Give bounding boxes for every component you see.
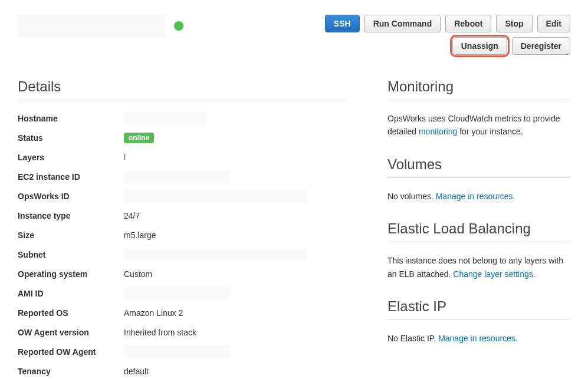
detail-row-size: Size m5.large [18, 229, 346, 242]
detail-row-ec2-id: EC2 instance ID [18, 170, 346, 183]
ec2-id-value-redacted [124, 170, 230, 183]
details-heading: Details [18, 78, 346, 100]
volumes-heading: Volumes [387, 156, 570, 178]
detail-row-opsworks-id: OpsWorks ID [18, 190, 346, 203]
edit-button[interactable]: Edit [537, 15, 570, 32]
detail-label: Layers [18, 153, 124, 162]
detail-label: Reported OW Agent [18, 347, 124, 357]
run-command-button[interactable]: Run Command [364, 15, 441, 32]
elb-text: This instance does not belong to any lay… [387, 254, 570, 281]
detail-label: OW Agent version [18, 328, 124, 337]
unassign-button[interactable]: Unassign [452, 37, 507, 55]
monitoring-heading: Monitoring [387, 78, 570, 100]
os-value: Custom [124, 269, 152, 279]
ssh-button[interactable]: SSH [325, 15, 360, 32]
instance-name-redacted [18, 15, 165, 37]
eip-heading: Elastic IP [387, 298, 570, 320]
size-value: m5.large [124, 230, 156, 240]
detail-row-status: Status online [18, 131, 346, 144]
detail-label: Status [18, 133, 124, 143]
detail-row-layers: Layers l [18, 151, 346, 164]
detail-label: Tenancy [18, 367, 124, 376]
eip-text: No Elastic IP. Manage in resources. [387, 332, 570, 345]
detail-label: Instance type [18, 211, 124, 220]
header-row: SSH Run Command Reboot Stop Edit Unassig… [18, 15, 570, 55]
ami-value-redacted [124, 287, 230, 300]
eip-manage-link[interactable]: Manage in resources [438, 334, 515, 343]
detail-row-reported-ow: Reported OW Agent [18, 345, 346, 358]
action-button-group: SSH Run Command Reboot Stop Edit Unassig… [281, 15, 570, 55]
detail-row-tenancy: Tenancy default [18, 365, 346, 378]
sidebar-column: Monitoring OpsWorks uses CloudWatch metr… [387, 78, 570, 379]
detail-row-ami: AMI ID [18, 287, 346, 300]
text-fragment: . [513, 192, 515, 201]
monitoring-link[interactable]: monitoring [419, 127, 457, 136]
detail-label: Size [18, 230, 124, 240]
text-fragment: for your instance. [457, 127, 523, 136]
reboot-button[interactable]: Reboot [445, 15, 491, 32]
detail-label: Hostname [18, 114, 124, 123]
volumes-manage-link[interactable]: Manage in resources [436, 192, 513, 201]
status-dot-icon [174, 21, 183, 31]
detail-row-instance-type: Instance type 24/7 [18, 209, 346, 222]
hostname-value-redacted [124, 112, 206, 125]
subnet-value-redacted [124, 248, 307, 261]
text-fragment: No volumes. [387, 192, 436, 201]
detail-label: Reported OS [18, 308, 124, 318]
text-fragment: . [515, 334, 518, 343]
detail-row-ow-agent: OW Agent version Inherited from stack [18, 326, 346, 339]
detail-row-os: Operating system Custom [18, 268, 346, 281]
deregister-button[interactable]: Deregister [512, 37, 570, 55]
volumes-text: No volumes. Manage in resources. [387, 190, 570, 203]
text-fragment: No Elastic IP. [387, 334, 438, 343]
status-badge: online [124, 133, 154, 143]
title-area [18, 15, 183, 37]
detail-row-hostname: Hostname [18, 112, 346, 125]
details-column: Details Hostname Status online Layers l … [18, 78, 346, 379]
content-columns: Details Hostname Status online Layers l … [18, 78, 570, 379]
detail-label: Subnet [18, 250, 124, 259]
opsworks-id-value-redacted [124, 190, 307, 203]
detail-label: EC2 instance ID [18, 172, 124, 182]
detail-label: Operating system [18, 269, 124, 279]
stop-button[interactable]: Stop [496, 15, 532, 32]
detail-label: OpsWorks ID [18, 192, 124, 201]
detail-row-reported-os: Reported OS Amazon Linux 2 [18, 307, 346, 319]
ow-agent-value: Inherited from stack [124, 328, 196, 337]
elb-heading: Elastic Load Balancing [387, 220, 570, 242]
elb-change-link[interactable]: Change layer settings [453, 269, 533, 279]
monitoring-text: OpsWorks uses CloudWatch metrics to prov… [387, 112, 570, 139]
reported-os-value: Amazon Linux 2 [124, 308, 183, 318]
details-table: Hostname Status online Layers l EC2 inst… [18, 112, 346, 379]
reported-ow-value-redacted [124, 345, 230, 358]
tenancy-value: default [124, 367, 149, 376]
detail-label: AMI ID [18, 289, 124, 298]
detail-row-subnet: Subnet [18, 248, 346, 261]
instance-type-value: 24/7 [124, 211, 140, 220]
text-fragment: . [533, 269, 536, 279]
layers-link[interactable]: l [124, 153, 126, 162]
